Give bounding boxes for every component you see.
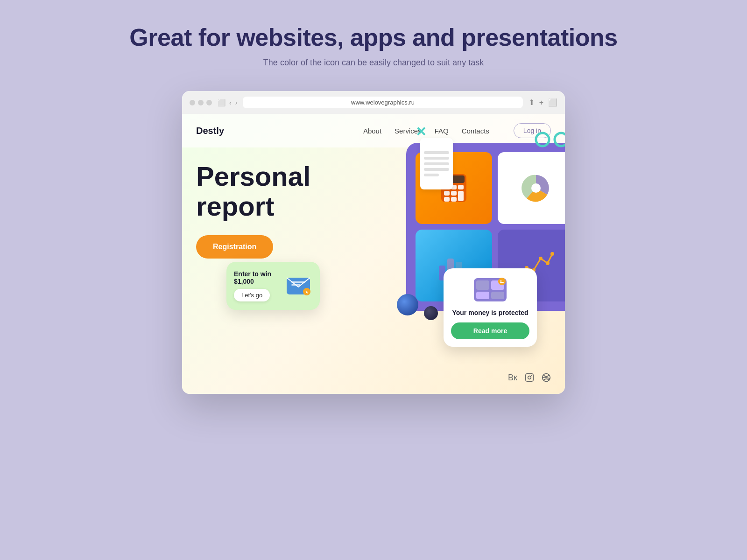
card-title-money: Your money is protected: [451, 308, 529, 317]
pie-chart-cell: [498, 152, 565, 224]
ball-dark-decoration: [424, 306, 438, 320]
svg-point-39: [498, 278, 506, 285]
svg-rect-30: [291, 281, 305, 283]
sidebar-icon[interactable]: ⬜: [218, 99, 226, 106]
browser-controls[interactable]: ⬜ ‹ ›: [218, 99, 237, 106]
svg-rect-35: [476, 280, 489, 290]
svg-point-19: [539, 257, 543, 260]
ball-blue-decoration: [397, 294, 418, 315]
enter-to-win-card: Enter to win $1,000 Let's go ★: [226, 262, 320, 310]
svg-point-27: [531, 375, 532, 376]
tabs-icon[interactable]: ⬜: [548, 98, 557, 107]
back-icon[interactable]: ‹: [229, 99, 232, 106]
svg-rect-37: [476, 292, 489, 299]
page-subtitle: The color of the icon can be easily chan…: [263, 58, 484, 68]
document-card: [420, 138, 453, 189]
nav-faq[interactable]: FAQ: [435, 127, 449, 135]
card-text: Enter to win $1,000 Let's go: [234, 270, 279, 301]
svg-rect-38: [491, 292, 504, 299]
browser-actions: ⬆ + ⬜: [529, 98, 557, 107]
instagram-icon[interactable]: [525, 373, 534, 385]
svg-rect-9: [451, 197, 457, 202]
svg-point-21: [550, 252, 554, 256]
social-icons: Вк: [508, 373, 551, 385]
svg-rect-41: [500, 282, 504, 283]
svg-point-20: [546, 261, 550, 265]
card-title-win: Enter to win $1,000: [234, 270, 279, 285]
dot-yellow: [198, 100, 204, 105]
svg-rect-8: [444, 197, 450, 202]
rings-decoration: [534, 131, 565, 148]
svg-point-26: [528, 376, 531, 379]
address-bar[interactable]: www.welovegraphics.ru: [243, 97, 522, 108]
dot-green: [206, 100, 212, 105]
svg-text:★: ★: [305, 290, 309, 294]
share-icon[interactable]: ⬆: [529, 98, 535, 107]
svg-rect-6: [451, 191, 457, 196]
forward-icon[interactable]: ›: [235, 99, 238, 106]
registration-button[interactable]: Registration: [196, 235, 273, 259]
website-content: Destly About Services FAQ Contacts Log i…: [182, 114, 565, 394]
dribbble-icon[interactable]: [542, 373, 551, 385]
site-logo: Destly: [196, 126, 224, 136]
svg-point-11: [531, 183, 541, 193]
svg-point-22: [536, 133, 549, 146]
vk-icon[interactable]: Вк: [508, 373, 517, 385]
site-nav-links[interactable]: About Services FAQ Contacts Log in: [363, 123, 551, 138]
add-tab-icon[interactable]: +: [539, 98, 543, 107]
read-more-button[interactable]: Read more: [451, 322, 529, 339]
hero-title: Personal report: [196, 161, 313, 221]
site-hero: Personal report Registration: [182, 147, 565, 268]
dot-red: [190, 100, 195, 105]
nav-about[interactable]: About: [363, 127, 381, 135]
browser-window: ⬜ ‹ › www.welovegraphics.ru ⬆ + ⬜ Destly…: [182, 91, 565, 394]
browser-dots: [190, 100, 212, 105]
envelope-illustration: ★: [284, 272, 312, 300]
svg-rect-7: [458, 191, 464, 201]
svg-rect-4: [458, 185, 464, 189]
svg-rect-25: [526, 374, 534, 382]
nav-contacts[interactable]: Contacts: [462, 127, 489, 135]
money-icon: [472, 276, 509, 304]
svg-point-23: [555, 133, 565, 146]
svg-rect-5: [444, 191, 450, 196]
browser-chrome: ⬜ ‹ › www.welovegraphics.ru ⬆ + ⬜: [182, 91, 565, 114]
cross-icon-teal: ✕: [416, 124, 426, 140]
page-title: Great for websites, apps and presentatio…: [129, 23, 617, 51]
money-protected-card: Your money is protected Read more: [444, 268, 537, 347]
lets-go-button[interactable]: Let's go: [234, 289, 270, 301]
svg-rect-31: [291, 284, 301, 286]
